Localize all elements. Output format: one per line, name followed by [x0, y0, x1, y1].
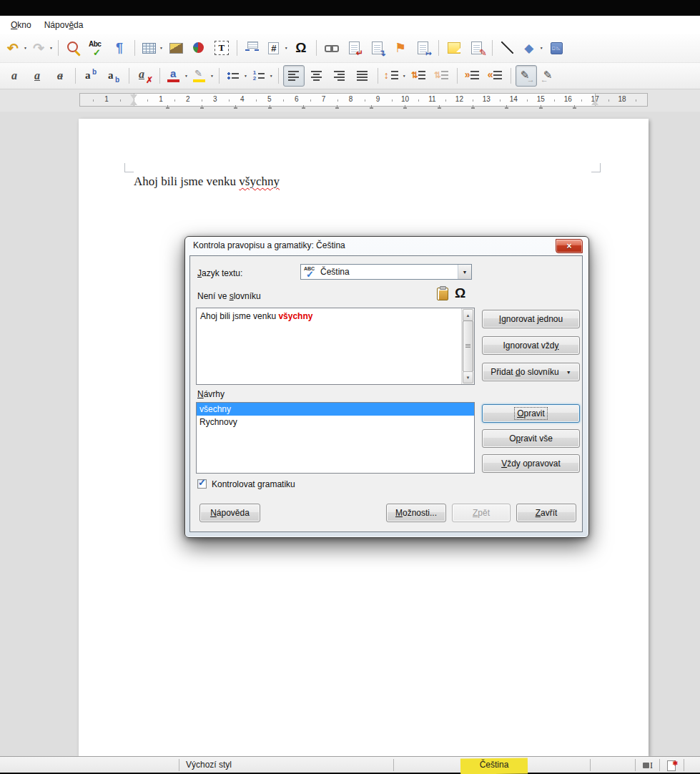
- always-correct-button[interactable]: Vždy opravovat: [482, 454, 580, 473]
- scroll-thumb[interactable]: [463, 320, 473, 372]
- ignore-all-button[interactable]: Ignorovat vždy: [482, 336, 580, 355]
- document-modified-icon[interactable]: [666, 760, 678, 771]
- suggestions-list[interactable]: všechnyRychnovy: [196, 402, 475, 474]
- dropdown-caret-icon[interactable]: ▼: [285, 46, 288, 50]
- dropdown-caret-icon[interactable]: ▼: [270, 74, 273, 78]
- insert-line-button[interactable]: [497, 37, 518, 59]
- dropdown-caret-icon[interactable]: ▼: [210, 74, 214, 78]
- add-to-dictionary-button[interactable]: Přidat do slovníku▼: [482, 363, 580, 381]
- menu-okno[interactable]: Okno: [4, 18, 38, 32]
- dropdown-caret-icon[interactable]: ▼: [244, 74, 247, 78]
- page-number-button[interactable]: ▼: [265, 37, 289, 59]
- format-strike-button[interactable]: [49, 65, 71, 87]
- indent-increase-button[interactable]: [462, 65, 483, 87]
- scroll-up-button[interactable]: ▲: [463, 309, 473, 321]
- toolbar-separator: [159, 68, 160, 84]
- align-left-icon: [285, 67, 302, 84]
- align-right-icon: [331, 67, 348, 84]
- align-justify-button[interactable]: [352, 65, 373, 87]
- align-left-button[interactable]: [283, 65, 305, 87]
- align-center-button[interactable]: [306, 65, 327, 87]
- scrollbar[interactable]: ▲ ▼: [461, 308, 474, 384]
- help-button[interactable]: Nápověda: [199, 504, 260, 522]
- dropdown-caret-icon[interactable]: ▼: [49, 46, 53, 50]
- numbered-list-button[interactable]: ▼: [250, 65, 274, 87]
- ruler-tick: [365, 99, 365, 102]
- toolbar-separator: [457, 68, 458, 84]
- bookmark-button[interactable]: [390, 37, 411, 59]
- insert-table-button[interactable]: ▼: [139, 37, 164, 59]
- paste-icon[interactable]: [435, 285, 450, 301]
- undo-button[interactable]: ▼: [4, 37, 28, 59]
- close-button[interactable]: ×: [556, 239, 583, 253]
- paragraph-space-decrease-button[interactable]: [431, 65, 453, 87]
- special-character-button[interactable]: [290, 37, 312, 59]
- paragraph-space-increase-button[interactable]: [408, 65, 430, 87]
- clear-formatting-button[interactable]: [134, 65, 155, 87]
- comment-button[interactable]: [443, 37, 465, 59]
- bullet-list-button[interactable]: ▼: [224, 65, 248, 87]
- menu-napoveda[interactable]: Nápověda: [38, 18, 90, 32]
- indent-decrease-button[interactable]: [485, 65, 506, 87]
- format-underline-icon: [29, 67, 46, 84]
- undo-button[interactable]: Zpět: [452, 504, 511, 522]
- align-center-icon: [308, 67, 325, 84]
- insert-chart-button[interactable]: [188, 37, 209, 59]
- redo-button[interactable]: ▼: [29, 37, 54, 59]
- insert-textbox-button[interactable]: [211, 37, 232, 59]
- dropdown-caret-icon[interactable]: ▼: [540, 46, 543, 50]
- symbol-shapes-button[interactable]: [546, 37, 567, 59]
- rtl-button[interactable]: [538, 65, 560, 87]
- align-right-button[interactable]: [329, 65, 350, 87]
- dropdown-caret-icon[interactable]: ▼: [24, 46, 27, 50]
- language-status[interactable]: Čeština: [460, 760, 528, 770]
- cross-reference-button[interactable]: [413, 37, 434, 59]
- page-break-button[interactable]: [242, 37, 263, 59]
- formatting-marks-button[interactable]: [109, 37, 130, 59]
- endnote-button[interactable]: [367, 37, 388, 59]
- hyperlink-button[interactable]: [321, 37, 342, 59]
- format-a-button[interactable]: [4, 65, 25, 87]
- find-replace-button[interactable]: [63, 37, 84, 59]
- left-indent-marker[interactable]: [130, 100, 137, 105]
- dropdown-caret-icon[interactable]: ▼: [159, 46, 163, 50]
- correct-all-button[interactable]: Opravit vše: [482, 429, 580, 448]
- grammar-checkbox[interactable]: ✓: [197, 479, 207, 489]
- superscript-icon: [82, 67, 99, 84]
- not-in-dictionary-textarea[interactable]: Ahoj bili jsme venku všychny ▲ ▼: [196, 308, 475, 385]
- ruler-number: 1: [159, 95, 163, 103]
- toolbar-separator: [378, 68, 378, 84]
- ruler-tick: [418, 99, 419, 102]
- track-changes-button[interactable]: [466, 37, 488, 59]
- grammar-checkbox-label[interactable]: Kontrolovat gramatiku: [212, 479, 295, 489]
- insert-image-button[interactable]: [165, 37, 187, 59]
- subscript-button[interactable]: [103, 65, 124, 87]
- ruler[interactable]: 1123456789101112131415161718: [79, 93, 648, 107]
- combobox-drop-button[interactable]: ▼: [458, 265, 471, 279]
- line-spacing-button[interactable]: ▼: [383, 65, 407, 87]
- close-dialog-button[interactable]: Zavřít: [516, 504, 576, 522]
- highlight-color-button[interactable]: ▼: [190, 65, 215, 87]
- page-style-status[interactable]: Výchozí styl: [186, 760, 232, 770]
- footnote-button[interactable]: [344, 37, 365, 59]
- comment-icon: [445, 39, 463, 57]
- basic-shapes-button[interactable]: ▼: [520, 37, 544, 59]
- special-character-icon[interactable]: Ω: [455, 285, 465, 301]
- scroll-down-button[interactable]: ▼: [463, 371, 473, 383]
- ignore-once-button[interactable]: Ignorovat jednou: [482, 310, 580, 328]
- format-underline-button[interactable]: [26, 65, 48, 87]
- suggestion-item[interactable]: Rychnovy: [197, 416, 474, 428]
- spelling-button[interactable]: [86, 37, 107, 59]
- language-combobox[interactable]: Čeština ▼: [300, 264, 472, 280]
- ltr-button[interactable]: [516, 65, 537, 87]
- correct-button[interactable]: Opravit: [482, 404, 580, 423]
- selection-mode-icon[interactable]: [642, 760, 654, 771]
- dropdown-caret-icon[interactable]: ▼: [403, 74, 406, 78]
- first-line-indent-marker[interactable]: [130, 94, 137, 99]
- options-button[interactable]: Možnosti...: [386, 504, 446, 522]
- dropdown-caret-icon[interactable]: ▼: [184, 74, 188, 78]
- suggestion-item[interactable]: všechny: [197, 403, 474, 416]
- font-color-button[interactable]: ▼: [164, 65, 189, 87]
- right-indent-marker[interactable]: [591, 100, 598, 105]
- superscript-button[interactable]: [80, 65, 102, 87]
